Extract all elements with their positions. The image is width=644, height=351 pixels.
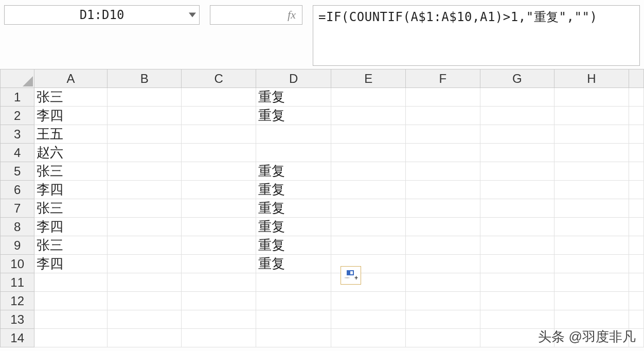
cell-C8[interactable] xyxy=(182,218,256,236)
cell-B14[interactable] xyxy=(107,329,182,347)
cell-B9[interactable] xyxy=(107,236,182,255)
row-header-5[interactable]: 5 xyxy=(1,162,34,181)
cell-A6[interactable]: 李四 xyxy=(34,181,108,199)
cell-A1[interactable]: 张三 xyxy=(34,88,108,107)
row-header-1[interactable]: 1 xyxy=(1,88,34,107)
name-box[interactable]: D1:D10 xyxy=(4,5,200,25)
row-header-14[interactable]: 14 xyxy=(1,329,34,347)
cell-E6[interactable] xyxy=(331,181,406,199)
cell-B6[interactable] xyxy=(107,181,182,199)
cell-C5[interactable] xyxy=(182,162,256,181)
cell-H8[interactable] xyxy=(554,218,629,236)
cell-F8[interactable] xyxy=(406,218,480,236)
row-header-7[interactable]: 7 xyxy=(1,199,34,218)
cell-C14[interactable] xyxy=(182,329,256,347)
cell-C11[interactable] xyxy=(182,273,256,292)
cell-B8[interactable] xyxy=(107,218,182,236)
cell-F13[interactable] xyxy=(406,310,480,329)
cell-F14[interactable] xyxy=(406,329,480,347)
cell-edge-7[interactable] xyxy=(629,199,643,218)
cell-C7[interactable] xyxy=(182,199,256,218)
cell-C13[interactable] xyxy=(182,310,256,329)
cell-A14[interactable] xyxy=(34,329,108,347)
cell-D13[interactable] xyxy=(256,310,331,329)
row-header-9[interactable]: 9 xyxy=(1,236,34,255)
cell-F4[interactable] xyxy=(406,144,480,162)
cell-F12[interactable] xyxy=(406,292,480,310)
row-header-12[interactable]: 12 xyxy=(1,292,34,310)
cell-G1[interactable] xyxy=(480,88,554,107)
cell-H3[interactable] xyxy=(554,125,629,144)
cell-edge-4[interactable] xyxy=(629,144,643,162)
cell-edge-2[interactable] xyxy=(629,107,643,125)
cell-G12[interactable] xyxy=(480,292,554,310)
cell-edge-8[interactable] xyxy=(629,218,643,236)
cell-B5[interactable] xyxy=(107,162,182,181)
col-header-A[interactable]: A xyxy=(34,69,108,88)
col-header-edge[interactable] xyxy=(629,69,643,88)
cell-A9[interactable]: 张三 xyxy=(34,236,108,255)
cell-E14[interactable] xyxy=(331,329,406,347)
cell-H6[interactable] xyxy=(554,181,629,199)
cell-B3[interactable] xyxy=(107,125,182,144)
row-header-6[interactable]: 6 xyxy=(1,181,34,199)
row-header-4[interactable]: 4 xyxy=(1,144,34,162)
cell-E9[interactable] xyxy=(331,236,406,255)
cell-A11[interactable] xyxy=(34,273,108,292)
cell-C1[interactable] xyxy=(182,88,256,107)
row-header-2[interactable]: 2 xyxy=(1,107,34,125)
cell-F3[interactable] xyxy=(406,125,480,144)
col-header-F[interactable]: F xyxy=(406,69,480,88)
col-header-H[interactable]: H xyxy=(554,69,629,88)
cell-H9[interactable] xyxy=(554,236,629,255)
row-header-13[interactable]: 13 xyxy=(1,310,34,329)
cell-D7[interactable]: 重复 xyxy=(256,199,331,218)
cell-F5[interactable] xyxy=(406,162,480,181)
cell-A3[interactable]: 王五 xyxy=(34,125,108,144)
cell-G2[interactable] xyxy=(480,107,554,125)
cell-D9[interactable]: 重复 xyxy=(256,236,331,255)
row-header-3[interactable]: 3 xyxy=(1,125,34,144)
cell-A2[interactable]: 李四 xyxy=(34,107,108,125)
cell-G11[interactable] xyxy=(480,273,554,292)
cell-A7[interactable]: 张三 xyxy=(34,199,108,218)
cell-C3[interactable] xyxy=(182,125,256,144)
cell-G9[interactable] xyxy=(480,236,554,255)
col-header-E[interactable]: E xyxy=(331,69,406,88)
cell-G6[interactable] xyxy=(480,181,554,199)
cell-edge-6[interactable] xyxy=(629,181,643,199)
cell-F9[interactable] xyxy=(406,236,480,255)
cell-E3[interactable] xyxy=(331,125,406,144)
col-header-D[interactable]: D xyxy=(256,69,331,88)
cell-C9[interactable] xyxy=(182,236,256,255)
cell-C6[interactable] xyxy=(182,181,256,199)
cell-edge-3[interactable] xyxy=(629,125,643,144)
cell-E2[interactable] xyxy=(331,107,406,125)
cell-B2[interactable] xyxy=(107,107,182,125)
formula-input[interactable]: =IF(COUNTIF(A$1:A$10,A1)>1,"重复","") xyxy=(313,5,640,66)
cell-D5[interactable]: 重复 xyxy=(256,162,331,181)
cell-D8[interactable]: 重复 xyxy=(256,218,331,236)
cell-D12[interactable] xyxy=(256,292,331,310)
cell-H4[interactable] xyxy=(554,144,629,162)
row-header-8[interactable]: 8 xyxy=(1,218,34,236)
cell-E12[interactable] xyxy=(331,292,406,310)
row-header-10[interactable]: 10 xyxy=(1,255,34,273)
cell-B1[interactable] xyxy=(107,88,182,107)
cell-G10[interactable] xyxy=(480,255,554,273)
col-header-G[interactable]: G xyxy=(480,69,554,88)
cell-F2[interactable] xyxy=(406,107,480,125)
cell-B11[interactable] xyxy=(107,273,182,292)
cell-E13[interactable] xyxy=(331,310,406,329)
cell-G4[interactable] xyxy=(480,144,554,162)
cell-edge-10[interactable] xyxy=(629,255,643,273)
cell-G5[interactable] xyxy=(480,162,554,181)
col-header-C[interactable]: C xyxy=(182,69,256,88)
cell-E4[interactable] xyxy=(331,144,406,162)
cell-D4[interactable] xyxy=(256,144,331,162)
cell-B7[interactable] xyxy=(107,199,182,218)
cell-D1[interactable]: 重复 xyxy=(256,88,331,107)
name-box-dropdown-icon[interactable] xyxy=(189,13,196,17)
cell-edge-12[interactable] xyxy=(629,292,643,310)
cell-F10[interactable] xyxy=(406,255,480,273)
